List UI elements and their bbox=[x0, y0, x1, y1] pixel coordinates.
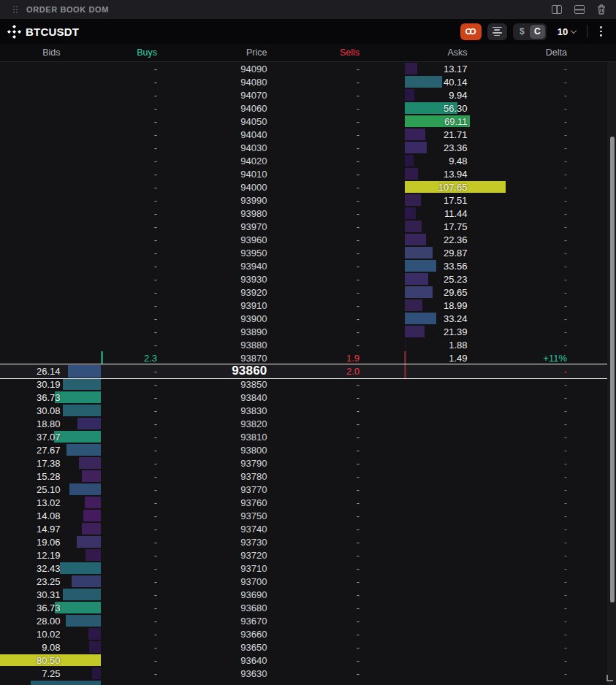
book-row[interactable]: -94050-69.11- bbox=[0, 115, 616, 128]
book-row[interactable]: 37.07-93810-- bbox=[0, 430, 616, 443]
split-horizontal-icon[interactable] bbox=[574, 5, 585, 14]
ask-qty-cell: 21.71 bbox=[411, 129, 514, 140]
book-row[interactable]: 15.28-93780-- bbox=[0, 470, 616, 483]
sells-cell: - bbox=[308, 77, 411, 88]
book-row[interactable]: -93990-17.51- bbox=[0, 194, 616, 207]
book-row[interactable]: 80.50-93640-- bbox=[0, 654, 616, 667]
book-row[interactable]: 23.25-93700-- bbox=[0, 575, 616, 588]
currency-usd-option[interactable]: $ bbox=[514, 25, 530, 39]
ask-qty-cell: 69.11 bbox=[411, 116, 514, 127]
book-row[interactable]: -93920-29.65- bbox=[0, 286, 616, 299]
delta-cell: - bbox=[514, 64, 616, 74]
book-row-current[interactable]: 26.14-938602.0- bbox=[0, 364, 616, 379]
drag-handle-icon[interactable] bbox=[13, 6, 18, 13]
book-row[interactable]: -94060-56.30- bbox=[0, 102, 616, 115]
book-row[interactable]: 30.31-93690-- bbox=[0, 588, 616, 601]
buys-cell: - bbox=[103, 77, 206, 88]
price-cell: 94010 bbox=[205, 169, 308, 180]
book-row[interactable]: 2.3938701.91.49+11% bbox=[0, 351, 616, 364]
book-row[interactable]: 7.25-93630-- bbox=[0, 667, 616, 680]
book-row[interactable]: -94070-9.94- bbox=[0, 88, 616, 102]
delta-cell: - bbox=[514, 274, 616, 285]
book-row[interactable]: 10.02-93660-- bbox=[0, 627, 616, 640]
book-row[interactable]: -93950-29.87- bbox=[0, 246, 616, 259]
buys-cell: - bbox=[103, 629, 206, 640]
book-row[interactable]: 14.97-93740-- bbox=[0, 522, 616, 535]
bid-qty-cell: 27.67 bbox=[0, 445, 103, 456]
delta-cell: - bbox=[514, 103, 616, 114]
price-cell: 93990 bbox=[205, 195, 308, 206]
book-row[interactable]: 30.08-93830-- bbox=[0, 404, 616, 417]
delta-cell: - bbox=[514, 629, 616, 640]
sells-cell: - bbox=[308, 497, 411, 508]
resize-grip[interactable] bbox=[607, 675, 613, 681]
book-row[interactable]: 14.08-93750-- bbox=[0, 509, 616, 522]
book-row[interactable]: 36.73-93840-- bbox=[0, 391, 616, 404]
book-row[interactable]: -94090-13.17- bbox=[0, 62, 616, 75]
delta-cell: - bbox=[514, 471, 616, 482]
book-row[interactable]: -93930-25.23- bbox=[0, 272, 616, 286]
buys-cell: - bbox=[103, 418, 206, 429]
book-row[interactable]: -93880-1.88- bbox=[0, 338, 616, 351]
buys-cell: - bbox=[103, 602, 206, 613]
buys-cell: - bbox=[103, 90, 206, 101]
book-row[interactable]: 30.19-93850-- bbox=[0, 378, 616, 391]
link-button[interactable] bbox=[460, 23, 482, 40]
currency-crypto-option[interactable]: C bbox=[530, 25, 545, 39]
bid-qty-cell: 12.19 bbox=[0, 550, 103, 561]
book-row[interactable]: -94020-9.48- bbox=[0, 154, 616, 167]
book-row[interactable]: 18.80-93820-- bbox=[0, 417, 616, 430]
bid-qty-cell: 30.31 bbox=[0, 589, 103, 600]
book-row[interactable]: -94030-23.36- bbox=[0, 141, 616, 154]
book-row[interactable]: 12.19-93720-- bbox=[0, 548, 616, 562]
price-cell: 93870 bbox=[205, 353, 308, 364]
price-cell: 93740 bbox=[205, 524, 308, 535]
buys-cell: - bbox=[103, 64, 206, 74]
col-header-asks: Asks bbox=[411, 47, 514, 58]
price-cell: 93660 bbox=[205, 629, 308, 640]
price-cell: 93710 bbox=[205, 563, 308, 574]
book-row[interactable]: 32.43-93710-- bbox=[0, 562, 616, 575]
book-row[interactable]: 19.06-93730-- bbox=[0, 535, 616, 548]
book-row[interactable]: -93980-11.44- bbox=[0, 207, 616, 220]
book-row[interactable]: 28.00-93670-- bbox=[0, 614, 616, 627]
book-row[interactable]: -93910-18.99- bbox=[0, 299, 616, 312]
book-row[interactable]: 13.02-93760-- bbox=[0, 496, 616, 509]
buys-cell: - bbox=[103, 616, 206, 627]
sells-cell: 2.0 bbox=[308, 366, 411, 377]
bid-qty-cell: 14.97 bbox=[0, 524, 103, 535]
symbol-name[interactable]: BTCUSDT bbox=[26, 26, 79, 38]
col-header-bids: Bids bbox=[0, 47, 103, 58]
book-row[interactable]: 9.08-93650-- bbox=[0, 640, 616, 654]
book-row[interactable]: 17.38-93790-- bbox=[0, 456, 616, 470]
book-row[interactable]: -94000-107.65- bbox=[0, 180, 616, 194]
delta-cell: - bbox=[514, 524, 616, 535]
trash-icon[interactable] bbox=[597, 4, 606, 15]
book-row[interactable]: -93900-33.24- bbox=[0, 312, 616, 325]
scrollbar-thumb[interactable] bbox=[610, 137, 615, 602]
price-cell: 93750 bbox=[205, 510, 308, 521]
price-cell: 93920 bbox=[205, 287, 308, 298]
book-row[interactable]: 27.67-93800-- bbox=[0, 443, 616, 456]
book-row[interactable]: -93960-22.36- bbox=[0, 233, 616, 246]
book-row[interactable]: 36.73-93680-- bbox=[0, 601, 616, 614]
book-row[interactable]: -94010-13.94- bbox=[0, 167, 616, 180]
book-row[interactable]: -93940-33.56- bbox=[0, 259, 616, 272]
depth-dropdown[interactable]: 10 bbox=[552, 23, 581, 40]
price-cell: 94000 bbox=[205, 182, 308, 193]
book-row[interactable]: -93970-17.75- bbox=[0, 220, 616, 233]
book-row[interactable]: 25.10-93770-- bbox=[0, 483, 616, 496]
split-vertical-icon[interactable] bbox=[552, 5, 562, 14]
ask-qty-cell: 1.88 bbox=[411, 340, 514, 351]
bid-qty-cell: 18.80 bbox=[0, 418, 103, 429]
price-cell: 93820 bbox=[205, 418, 308, 429]
buys-cell: - bbox=[103, 655, 206, 666]
buys-cell: - bbox=[103, 392, 206, 403]
book-row[interactable]: -94040-21.71- bbox=[0, 128, 616, 141]
kebab-menu-button[interactable] bbox=[593, 26, 609, 37]
buys-cell: - bbox=[103, 116, 206, 127]
book-row[interactable]: -94080-40.14- bbox=[0, 75, 616, 88]
rows-layout-button[interactable] bbox=[487, 23, 507, 40]
book-row[interactable] bbox=[0, 680, 616, 685]
book-row[interactable]: -93890-21.39- bbox=[0, 325, 616, 338]
